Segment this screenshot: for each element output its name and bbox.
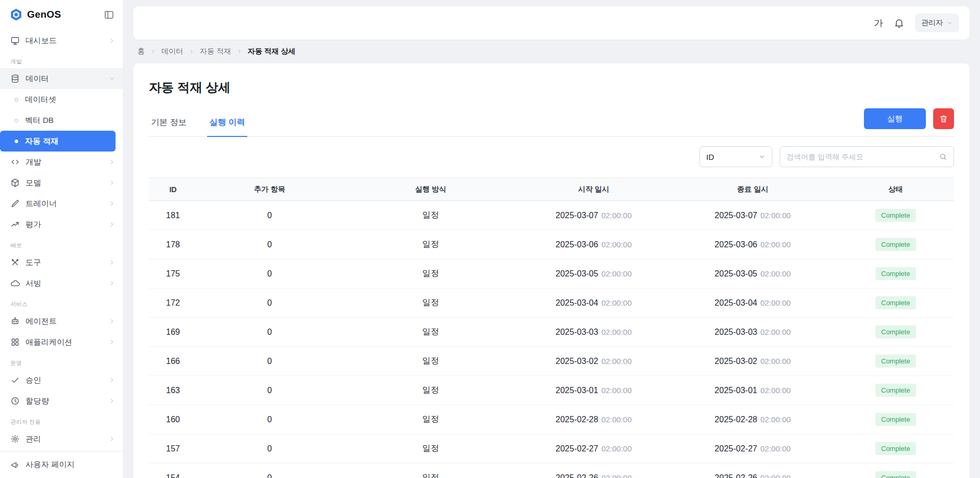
- table-row: 1540일정2025-02-2602:00:002025-02-2602:00:…: [149, 463, 954, 478]
- cell-added-items: 0: [197, 376, 342, 405]
- trash-icon: [939, 114, 948, 123]
- time-text: 02:00:00: [601, 444, 631, 453]
- cell-added-items: 0: [197, 463, 342, 478]
- cell-added-items: 0: [197, 434, 342, 463]
- date-text: 2025-02-26: [715, 473, 757, 478]
- sidebar-subitem[interactable]: 자동 적재: [0, 131, 116, 152]
- tab-1[interactable]: 실행 이력: [207, 113, 247, 137]
- search-icon[interactable]: [939, 153, 947, 161]
- bullet-icon: [15, 98, 18, 102]
- search-box: [780, 146, 954, 167]
- sidebar-item[interactable]: 데이터: [0, 68, 123, 89]
- sidebar-header: GenOS: [0, 0, 123, 29]
- sidebar-item[interactable]: 서빙: [0, 273, 123, 294]
- font-size-toggle[interactable]: 가: [874, 17, 883, 29]
- time-text: 02:00:00: [760, 415, 791, 424]
- cell-start-datetime: 2025-02-2802:00:00: [519, 405, 668, 434]
- cell-status: Complete: [837, 318, 954, 347]
- table-row: 1780일정2025-03-0602:00:002025-03-0602:00:…: [149, 230, 954, 259]
- application-icon: [10, 337, 20, 347]
- cell-status: Complete: [837, 201, 954, 230]
- bullet-icon: [15, 140, 18, 143]
- status-badge: Complete: [875, 267, 916, 280]
- sidebar-item[interactable]: 에이전트: [0, 311, 123, 332]
- sidebar-item[interactable]: 승인: [0, 370, 123, 391]
- sidebar-item[interactable]: 평가: [0, 214, 123, 235]
- cell-added-items: 0: [197, 318, 342, 347]
- sidebar-item[interactable]: 애플리케이션: [0, 332, 123, 353]
- sidebar-item[interactable]: 개발: [0, 152, 123, 172]
- chevron-right-icon: [108, 318, 116, 325]
- cell-id: 178: [149, 230, 197, 259]
- cell-id: 181: [149, 201, 197, 230]
- sidebar-item[interactable]: 모델: [0, 172, 123, 193]
- cell-id: 166: [149, 347, 197, 376]
- actions: 실행: [864, 108, 954, 136]
- user-menu[interactable]: 관리자: [915, 14, 959, 32]
- column-header: 상태: [837, 178, 954, 201]
- time-text: 02:00:00: [760, 240, 791, 249]
- bell-icon[interactable]: [894, 18, 905, 29]
- chevron-right-icon: [236, 48, 243, 55]
- cell-status: Complete: [837, 463, 954, 478]
- sidebar-item[interactable]: 할당량: [0, 391, 123, 411]
- time-text: 02:00:00: [601, 298, 631, 307]
- database-icon: [10, 74, 20, 83]
- cell-start-datetime: 2025-03-0402:00:00: [519, 288, 668, 318]
- time-text: 02:00:00: [760, 473, 791, 478]
- date-text: 2025-03-06: [556, 240, 599, 249]
- chevron-right-icon: [188, 48, 195, 55]
- cell-start-datetime: 2025-03-0102:00:00: [519, 376, 668, 405]
- cell-status: Complete: [837, 230, 954, 259]
- date-text: 2025-03-02: [556, 357, 599, 366]
- chevron-right-icon: [108, 37, 116, 44]
- breadcrumb-item[interactable]: 데이터: [161, 47, 183, 56]
- run-button[interactable]: 실행: [864, 108, 926, 129]
- cell-added-items: 0: [197, 201, 342, 230]
- search-input[interactable]: [786, 153, 939, 161]
- cell-end-datetime: 2025-03-0702:00:00: [668, 201, 837, 230]
- table-row: 1660일정2025-03-0202:00:002025-03-0202:00:…: [149, 347, 954, 376]
- sidebar-item-label: 도구: [26, 258, 103, 268]
- sidebar-item[interactable]: 대시보드: [0, 30, 123, 51]
- date-text: 2025-03-04: [556, 298, 599, 307]
- cell-id: 157: [149, 434, 197, 463]
- cell-run-mode: 일정: [342, 288, 519, 318]
- sidebar-subitem[interactable]: 벡터 DB: [0, 110, 116, 131]
- bullet-icon: [15, 119, 18, 122]
- cell-end-datetime: 2025-03-0602:00:00: [668, 230, 837, 259]
- sidebar-subitem[interactable]: 데이터셋: [0, 89, 116, 110]
- chevron-down-icon: [758, 153, 766, 160]
- sidebar-subitem-label: 데이터셋: [25, 95, 56, 105]
- cell-start-datetime: 2025-03-0202:00:00: [519, 347, 668, 376]
- chevron-right-icon: [108, 259, 116, 266]
- status-badge: Complete: [875, 355, 916, 368]
- sidebar-item[interactable]: 관리: [0, 429, 123, 449]
- filter-row: ID: [149, 146, 954, 167]
- cell-status: Complete: [837, 288, 954, 318]
- sidebar-collapse-icon[interactable]: [104, 9, 114, 20]
- trainer-icon: [10, 199, 20, 208]
- cell-status: Complete: [837, 259, 954, 288]
- cell-run-mode: 일정: [342, 259, 519, 288]
- breadcrumb-item[interactable]: 홈: [137, 47, 145, 56]
- cell-id: 172: [149, 288, 197, 318]
- breadcrumb-item: 자동 적재 상세: [248, 47, 296, 56]
- table-row: 1720일정2025-03-0402:00:002025-03-0402:00:…: [149, 288, 954, 318]
- breadcrumb-item[interactable]: 자동 적재: [200, 47, 231, 56]
- sidebar-item[interactable]: 도구: [0, 252, 123, 273]
- table-row: 1570일정2025-02-2702:00:002025-02-2702:00:…: [149, 434, 954, 463]
- cell-id: 163: [149, 376, 197, 405]
- main-area: 가 관리자 홈데이터자동 적재자동 적재 상세 자동 적재 상세 기본 정보실행…: [123, 0, 980, 478]
- cell-id: 154: [149, 463, 197, 478]
- cell-end-datetime: 2025-02-2702:00:00: [668, 434, 837, 463]
- sidebar-item-user-page[interactable]: 사용자 페이지: [0, 451, 123, 478]
- time-text: 02:00:00: [760, 211, 791, 220]
- filter-select[interactable]: ID: [699, 146, 772, 167]
- sidebar-item[interactable]: 트레이너: [0, 193, 123, 214]
- delete-button[interactable]: [933, 108, 954, 129]
- tab-0[interactable]: 기본 정보: [149, 113, 188, 136]
- cell-start-datetime: 2025-03-0702:00:00: [519, 201, 668, 230]
- chevron-right-icon: [108, 338, 116, 346]
- app-logo[interactable]: GenOS: [9, 8, 61, 21]
